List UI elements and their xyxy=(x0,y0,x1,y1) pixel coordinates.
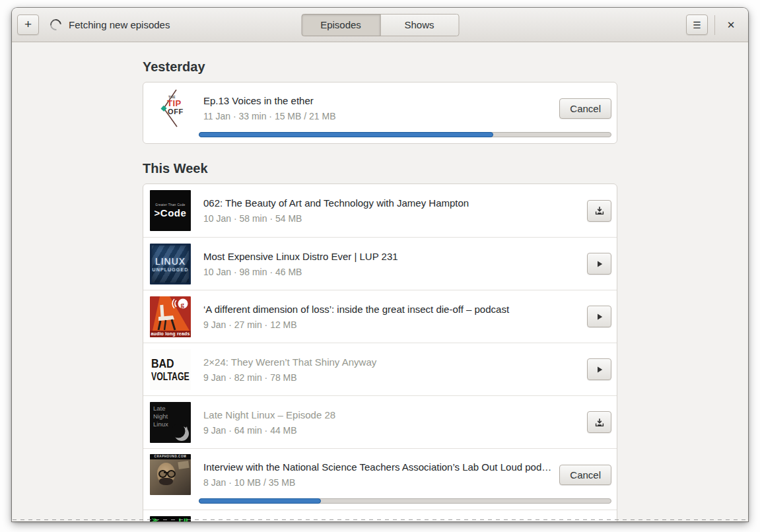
episode-title: 2×24: They Weren’t That Shiny Anyway xyxy=(203,356,579,368)
logo-text: >Code xyxy=(155,207,187,218)
crescent-cat-icon xyxy=(172,424,190,442)
section-title: Yesterday xyxy=(143,59,617,75)
download-icon xyxy=(595,418,604,427)
logo-text: Greater Than Code xyxy=(155,203,186,207)
section-title: This Week xyxy=(143,161,617,176)
scroll-undershoot-indicator xyxy=(13,519,747,520)
download-button[interactable] xyxy=(587,200,611,222)
logo-glasses-shape xyxy=(158,470,167,478)
episode-info: Ep.13 Voices in the ether11 Jan · 33 min… xyxy=(203,95,551,121)
headerbar: + Fetching new episodes Episodes Shows ☰… xyxy=(12,8,748,42)
download-progress-fill xyxy=(199,132,493,137)
logo-beard-shape xyxy=(159,478,173,485)
logo-text: OFF xyxy=(168,108,184,116)
episode-meta: 10 Jan · 58 min · 54 MB xyxy=(203,213,579,224)
episode-sections: YesterdayTHETIPOFFEp.13 Voices in the et… xyxy=(143,42,617,521)
play-button[interactable] xyxy=(587,306,611,327)
logo-text: CRAPHOUND.COM xyxy=(150,454,191,459)
download-progressbar xyxy=(199,132,611,137)
episode-title: Interview with the National Science Teac… xyxy=(203,461,551,473)
tab-shows[interactable]: Shows xyxy=(380,14,459,36)
logo-text: LateNightLinux xyxy=(153,405,168,429)
plus-icon: + xyxy=(24,18,32,30)
show-cover-art: ≫JRI▌▐▌xp xyxy=(150,516,191,522)
logo-text: LINUX xyxy=(155,256,186,267)
show-cover-art: LINUXUNPLUGGED xyxy=(150,244,191,284)
episode-info: ‘A different dimension of loss’: inside … xyxy=(203,304,579,330)
download-progressbar xyxy=(199,498,611,504)
download-progress-fill xyxy=(199,498,321,504)
episode-action: Cancel xyxy=(559,98,611,119)
show-cover-art: Greater Than Code>Code xyxy=(150,190,191,231)
episode-info: 062: The Beauty of Art and Technology wi… xyxy=(203,197,579,224)
episode-row: Greater Than Code>Code062: The Beauty of… xyxy=(143,184,617,237)
episode-title: ‘A different dimension of loss’: inside … xyxy=(203,304,579,315)
episode-row: LINUXUNPLUGGEDMost Expensive Linux Distr… xyxy=(143,237,617,290)
episode-title: 062: The Beauty of Art and Technology wi… xyxy=(203,197,579,209)
cancel-button[interactable]: Cancel xyxy=(559,98,611,119)
logo-text: TIP xyxy=(167,98,182,108)
spinner-icon xyxy=(48,17,64,33)
logo-sign-shape xyxy=(178,461,189,469)
episode-action xyxy=(587,411,611,433)
logo-glasses-shape xyxy=(167,470,176,478)
episode-info: Late Night Linux – Episode 289 Jan · 64 … xyxy=(203,409,579,436)
logo-glasses-shape xyxy=(164,472,168,473)
logo-text: audio long reads xyxy=(150,331,191,337)
episodes-view: YesterdayTHETIPOFFEp.13 Voices in the et… xyxy=(12,42,748,521)
podcasts-window: + Fetching new episodes Episodes Shows ☰… xyxy=(12,8,748,521)
episode-meta: 9 Jan · 27 min · 12 MB xyxy=(203,319,579,330)
episode-action xyxy=(587,358,611,380)
download-button[interactable] xyxy=(587,411,611,433)
logo-text-line: Linux xyxy=(153,420,168,428)
show-cover-art: gaudio long reads xyxy=(150,296,191,337)
logo-text: VOLTAGE xyxy=(151,370,189,382)
show-cover-art: CRAPHOUND.COM xyxy=(150,454,191,495)
episode-action xyxy=(587,253,611,275)
episode-row: BADVOLTAGE2×24: They Weren’t That Shiny … xyxy=(143,343,617,395)
download-icon xyxy=(595,206,604,215)
hamburger-icon: ☰ xyxy=(693,20,701,30)
status-text: Fetching new episodes xyxy=(69,19,170,30)
episode-row: CRAPHOUND.COMInterview with the National… xyxy=(143,448,617,510)
add-podcast-button[interactable]: + xyxy=(17,15,39,35)
episode-row: LateNightLinuxLate Night Linux – Episode… xyxy=(143,395,617,448)
episode-action xyxy=(587,306,611,327)
episode-meta: 8 Jan · 10 MB / 35 MB xyxy=(203,477,551,488)
episode-list: Greater Than Code>Code062: The Beauty of… xyxy=(143,183,617,521)
episode-list: THETIPOFFEp.13 Voices in the ether11 Jan… xyxy=(143,82,617,144)
episode-meta: 9 Jan · 82 min · 78 MB xyxy=(203,372,579,383)
play-button[interactable] xyxy=(587,358,611,380)
menu-button[interactable]: ☰ xyxy=(686,15,708,35)
episode-info: Interview with the National Science Teac… xyxy=(203,461,551,488)
episode-title: Late Night Linux – Episode 28 xyxy=(203,409,579,420)
play-icon xyxy=(596,313,604,321)
episode-action: Cancel xyxy=(559,465,611,485)
view-switcher: Episodes Shows xyxy=(301,14,459,36)
episode-row: gaudio long reads‘A different dimension … xyxy=(143,290,617,343)
close-button[interactable]: ✕ xyxy=(722,16,740,34)
cancel-button[interactable]: Cancel xyxy=(559,465,611,485)
show-cover-art: THETIPOFF xyxy=(150,88,191,129)
logo-text-line: Night xyxy=(153,413,168,420)
episode-row: THETIPOFFEp.13 Voices in the ether11 Jan… xyxy=(143,83,617,143)
episode-meta: 10 Jan · 98 min · 46 MB xyxy=(203,267,579,277)
episode-info: Most Expensive Linux Distro Ever | LUP 2… xyxy=(203,251,579,277)
play-button[interactable] xyxy=(587,253,611,275)
show-cover-art: LateNightLinux xyxy=(150,402,191,443)
episode-info: 2×24: They Weren’t That Shiny Anyway9 Ja… xyxy=(203,356,579,383)
headerbar-separator xyxy=(714,15,715,35)
episode-title: Most Expensive Linux Distro Ever | LUP 2… xyxy=(203,251,579,262)
headerbar-right-controls: ☰ ✕ xyxy=(686,15,743,35)
logo-text: UNPLUGGED xyxy=(152,267,188,272)
svg-text:g: g xyxy=(181,300,185,308)
episode-action xyxy=(587,200,611,222)
episode-title: Ep.13 Voices in the ether xyxy=(203,95,551,106)
logo-text-line: Late xyxy=(153,405,168,413)
play-icon xyxy=(596,366,604,374)
tab-episodes[interactable]: Episodes xyxy=(301,14,380,36)
logo-text: BAD xyxy=(151,356,191,370)
show-cover-art: BADVOLTAGE xyxy=(150,349,191,390)
play-icon xyxy=(596,260,604,268)
episode-meta: 11 Jan · 33 min · 15 MB / 21 MB xyxy=(203,111,551,121)
